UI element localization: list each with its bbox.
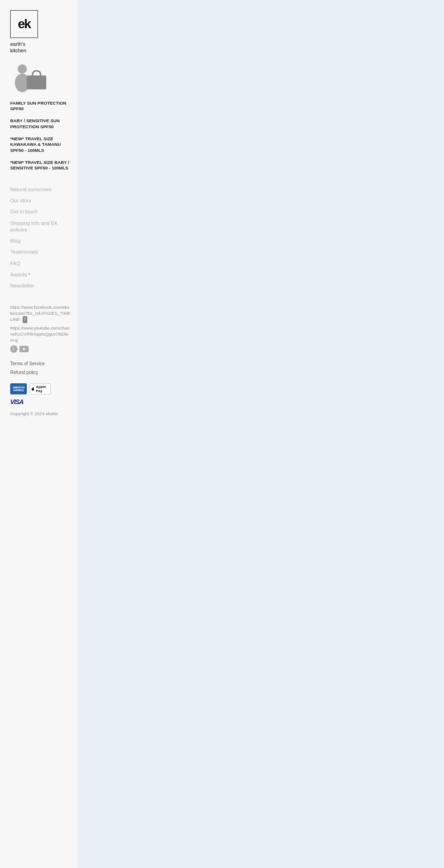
bag-icon [26,68,47,90]
product-item-family-sun[interactable]: FAMILY SUN PROTECTION SPF50 [10,100,71,112]
social-section: https://www.facebook.com/ekskincare/?hc_… [10,304,71,356]
nav-links: Natural sunscreen Our story Get in touch… [10,186,71,294]
youtube-url[interactable]: https://www.youtube.com/channel/UCVRl9Xq… [10,325,71,343]
brand-name: earth's kitchen [10,41,71,54]
svg-rect-2 [27,75,46,89]
nav-faq[interactable]: FAQ [10,260,71,267]
payment-icons: AMERICANEXPRESS Apple Pay [10,383,71,394]
visa-icon: VISA [10,398,71,406]
nav-testimonials[interactable]: Testimonials [10,249,71,255]
nav-natural-sunscreen[interactable]: Natural sunscreen [10,186,71,193]
sidebar: ek earth's kitchen FAMILY SUN PROTECTION… [0,0,78,868]
facebook-url[interactable]: https://www.facebook.com/ekskincare/?hc_… [10,304,71,323]
product-item-travel-baby[interactable]: *NEW* TRAVEL SIZE BABY / SENSITIVE SPF50… [10,160,71,171]
logo-text: ek [18,17,30,31]
nav-get-in-touch[interactable]: Get in touch [10,208,71,215]
logo-box[interactable]: ek [10,10,38,38]
svg-point-0 [18,64,27,74]
main-content [78,0,444,868]
mastercard-icon [54,383,69,394]
footer-links: Terms of Service Refund policy [10,361,71,375]
nav-shipping-ek-policies[interactable]: Shipping info and EK policies [10,220,71,233]
product-item-travel-kawakawa[interactable]: *NEW* TRAVEL SIZE KAWAKAWA & TAMANU SPF5… [10,136,71,153]
facebook-icon: f [23,316,28,323]
nav-our-story[interactable]: Our story [10,197,71,204]
terms-of-service-link[interactable]: Terms of Service [10,361,44,366]
nav-blog[interactable]: Blog [10,237,71,244]
apple-pay-icon: Apple Pay [30,383,51,394]
chevron-down-icon: ▾ [28,272,31,277]
amex-icon: AMERICANEXPRESS [10,383,27,394]
svg-text:f: f [13,347,14,352]
facebook-circle-icon[interactable]: f [10,345,18,353]
product-icon-area [10,63,47,96]
nav-awards[interactable]: Awards ▾ [10,271,71,278]
product-item-baby-sun[interactable]: BABY / SENSITIVE SUN PROTECTION SPF50 [10,118,71,130]
refund-policy-link[interactable]: Refund policy [10,370,38,375]
product-list: FAMILY SUN PROTECTION SPF50 BABY / SENSI… [10,100,71,178]
social-icons-row: f [10,345,71,353]
copyright: Copyright © 2023 ekskin [10,411,71,416]
nav-newsletter[interactable]: Newsletter [10,282,71,289]
youtube-icon[interactable] [19,345,29,353]
